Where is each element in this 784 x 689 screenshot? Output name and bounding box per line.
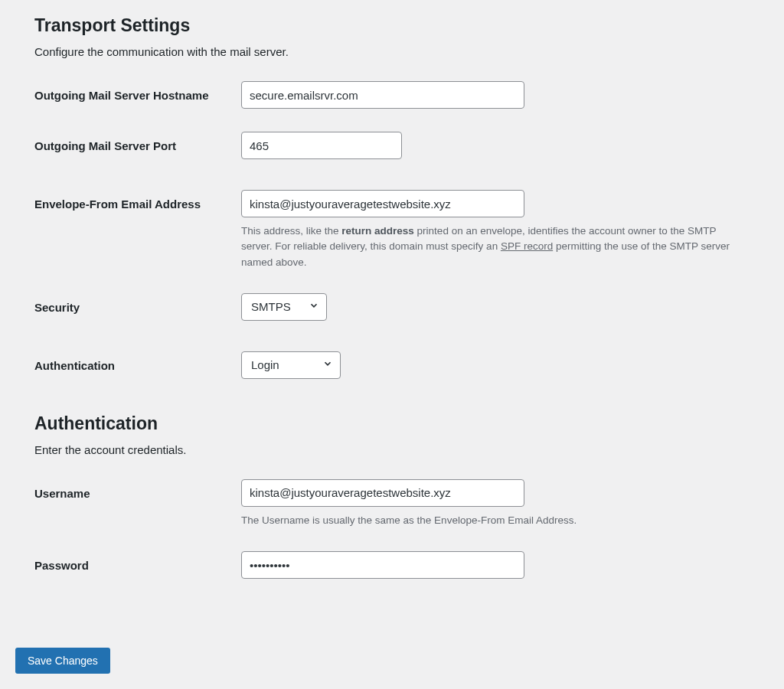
security-select[interactable]: SMTPS [241, 293, 327, 321]
password-input[interactable] [241, 551, 524, 579]
username-input[interactable] [241, 479, 524, 507]
username-help: The Username is usually the same as the … [241, 513, 731, 528]
port-label: Outgoing Mail Server Port [34, 132, 241, 154]
spf-record-link[interactable]: SPF record [501, 240, 553, 252]
username-label: Username [34, 479, 241, 501]
auth-select[interactable]: Login [241, 351, 341, 379]
hostname-label: Outgoing Mail Server Hostname [34, 81, 241, 103]
security-field-wrapper: SMTPS [241, 293, 750, 321]
password-row: Password [34, 551, 750, 579]
authentication-description: Enter the account credentials. [34, 443, 750, 456]
password-field-wrapper [241, 551, 750, 579]
auth-field-wrapper: Login [241, 351, 750, 379]
envelope-row: Envelope-From Email Address This address… [34, 190, 750, 270]
hostname-row: Outgoing Mail Server Hostname [34, 81, 750, 109]
transport-heading: Transport Settings [34, 15, 750, 36]
envelope-field-wrapper: This address, like the return address pr… [241, 190, 750, 270]
transport-description: Configure the communication with the mai… [34, 45, 750, 58]
auth-select-wrapper: Login [241, 351, 341, 379]
hostname-input[interactable] [241, 81, 524, 109]
port-row: Outgoing Mail Server Port [34, 132, 750, 159]
authentication-heading: Authentication [34, 413, 750, 434]
auth-row: Authentication Login [34, 351, 750, 379]
port-field-wrapper [241, 132, 750, 159]
envelope-input[interactable] [241, 190, 524, 217]
port-input[interactable] [241, 132, 402, 159]
password-label: Password [34, 551, 241, 573]
envelope-label: Envelope-From Email Address [34, 190, 241, 212]
hostname-field-wrapper [241, 81, 750, 109]
username-field-wrapper: The Username is usually the same as the … [241, 479, 750, 528]
auth-label: Authentication [34, 351, 241, 374]
security-select-wrapper: SMTPS [241, 293, 327, 321]
username-row: Username The Username is usually the sam… [34, 479, 750, 528]
security-row: Security SMTPS [34, 293, 750, 321]
save-button[interactable]: Save Changes [15, 648, 110, 674]
envelope-help: This address, like the return address pr… [241, 224, 731, 270]
security-label: Security [34, 293, 241, 315]
